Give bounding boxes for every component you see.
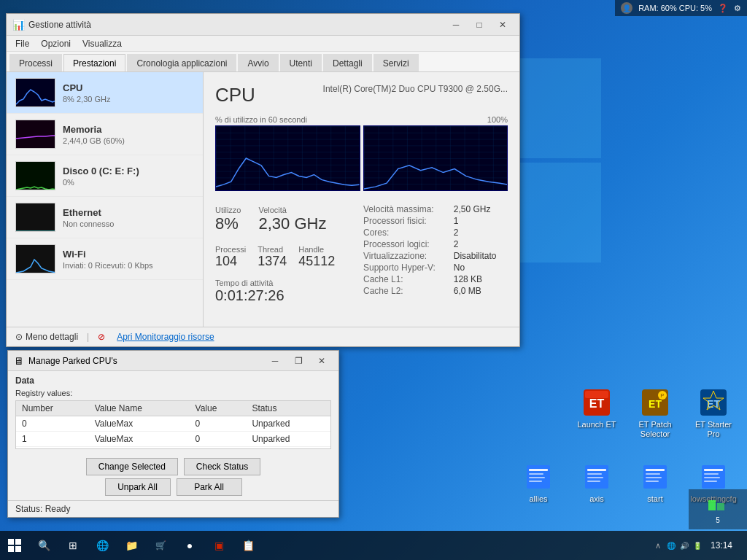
tab-cronologia[interactable]: Cronologia applicazioni <box>127 54 236 71</box>
row1-status: Unparked <box>246 432 330 447</box>
unpark-all-button[interactable]: Unpark All <box>105 478 171 496</box>
search-button[interactable]: 🔍 <box>29 531 58 560</box>
et-patch-selector-icon[interactable]: ET P ET Patch Selector <box>629 385 681 442</box>
stat-thread: Thread 1374 <box>258 242 287 273</box>
taskbar-app1-icon[interactable]: ▣ <box>204 531 233 560</box>
taskbar-clock[interactable]: 13:14 <box>705 540 738 551</box>
allies-img <box>524 462 553 491</box>
utilization-speed: Utilizzo 8% Velocità 2,30 GHz <box>215 203 350 236</box>
row0-valuename: ValueMax <box>89 416 190 432</box>
row0-value: 0 <box>190 416 247 432</box>
close-button[interactable]: ✕ <box>492 17 514 33</box>
taskbar-chrome-icon[interactable]: ● <box>175 531 204 560</box>
menu-bar: File Opzioni Visualizza <box>7 36 519 52</box>
eth-sidebar-name: Ethernet <box>63 207 194 218</box>
handle-label: Handle <box>298 245 335 254</box>
tab-servizi[interactable]: Servizi <box>374 54 419 71</box>
taskbar-folder-icon[interactable]: 📁 <box>117 531 146 560</box>
desktop-icons-row1: ET Launch ET ET P ET Patch Selector <box>570 385 740 442</box>
sidebar-item-cpu[interactable]: CPU 8% 2,30 GHz <box>7 72 203 114</box>
svg-rect-18 <box>587 469 606 471</box>
ram-cpu-display: RAM: 60% CPU: 5% <box>638 4 712 12</box>
row0-status: Unparked <box>246 416 330 432</box>
utilization-label: % di utilizzo in 60 secondi <box>215 115 307 124</box>
menu-visualizza[interactable]: Visualizza <box>77 37 128 50</box>
tab-processi[interactable]: Processi <box>9 54 62 71</box>
start-label: start <box>647 494 662 504</box>
detail-title-block: CPU <box>215 84 255 106</box>
start-img <box>640 462 670 491</box>
tray-network[interactable]: 🌐 <box>665 542 677 550</box>
svg-rect-33 <box>717 503 724 510</box>
taskbar-store-icon[interactable]: 🛒 <box>146 531 175 560</box>
table-row[interactable]: 1 ValueMax 0 Unparked <box>16 432 330 447</box>
spec-key-6: Cache L1: <box>363 274 452 284</box>
sidebar-item-disk[interactable]: Disco 0 (C: E: F:) 0% <box>7 155 203 197</box>
svg-rect-0 <box>216 126 360 190</box>
axis-icon[interactable]: axis <box>570 459 623 507</box>
tab-prestazioni[interactable]: Prestazioni <box>63 54 125 71</box>
start-button[interactable] <box>0 531 29 560</box>
taskbar-app2-icon[interactable]: 📋 <box>233 531 263 560</box>
tray-chevron[interactable]: ∧ <box>652 541 664 551</box>
uptime-label: Tempo di attività <box>215 279 350 287</box>
stat-utilizzo: Utilizzo 8% <box>215 203 241 236</box>
proc-thread-handle: Processi 104 Thread 1374 Handle 45112 <box>215 242 350 273</box>
tray-battery[interactable]: 🔋 <box>692 542 703 550</box>
wifi-sidebar-name: Wi-Fi <box>63 249 194 260</box>
menu-options[interactable]: Opzioni <box>35 37 77 50</box>
windows-start-icon <box>8 539 21 552</box>
spec-row-hyperv: Supporto Hyper-V: No <box>363 262 506 273</box>
wifi-sidebar-info: Wi-Fi Inviati: 0 Ricevuti: 0 Kbps <box>63 249 194 270</box>
tab-utenti[interactable]: Utenti <box>280 54 322 71</box>
svg-rect-23 <box>646 469 665 471</box>
table-row[interactable]: 0 ValueMax 0 Unparked <box>16 416 330 432</box>
stats-left: Utilizzo 8% Velocità 2,30 GHz Processi <box>215 203 350 304</box>
change-selected-button[interactable]: Change Selected <box>86 458 178 475</box>
park-all-button[interactable]: Park All <box>177 478 242 496</box>
detail-title: CPU <box>215 84 255 106</box>
maximize-button[interactable]: □ <box>468 17 490 33</box>
spec-val-2: 2 <box>454 228 506 238</box>
start-icon[interactable]: start <box>629 459 681 507</box>
task-view-button[interactable]: ⊞ <box>58 531 88 560</box>
parked-status-bar: Status: Ready <box>8 500 338 517</box>
minimize-button[interactable]: ─ <box>445 17 467 33</box>
tab-avvio[interactable]: Avvio <box>238 54 278 71</box>
disk-sidebar-info: Disco 0 (C: E: F:) 0% <box>63 166 194 187</box>
parked-minimize-button[interactable]: ─ <box>264 353 286 369</box>
parked-restore-button[interactable]: ❐ <box>287 353 309 369</box>
sidebar-item-ethernet[interactable]: Ethernet Non connesso <box>7 197 203 238</box>
help-icon[interactable]: ❓ <box>718 4 728 13</box>
allies-icon[interactable]: allies <box>512 459 565 507</box>
sidebar-item-wifi[interactable]: Wi-Fi Inviati: 0 Ricevuti: 0 Kbps <box>7 238 203 280</box>
parked-title: Manage Parked CPU's <box>28 356 264 366</box>
parked-close-button[interactable]: ✕ <box>311 353 333 369</box>
menu-file[interactable]: File <box>9 37 35 50</box>
show-desktop-button[interactable] <box>740 531 744 560</box>
svg-rect-28 <box>704 469 723 471</box>
svg-rect-14 <box>529 473 543 475</box>
sidebar-item-memory[interactable]: Memoria 2,4/4,0 GB (60%) <box>7 114 203 155</box>
disk-sidebar-name: Disco 0 (C: E: F:) <box>63 166 194 176</box>
collapse-button[interactable]: ⊙ Meno dettagli <box>15 332 78 342</box>
tray-volume[interactable]: 🔊 <box>678 542 690 550</box>
spec-row-cores: Cores: 2 <box>363 228 506 238</box>
allies-label: allies <box>529 494 547 504</box>
uptime-block: Tempo di attività 0:01:27:26 <box>215 279 350 304</box>
check-status-button[interactable]: Check Status <box>184 458 260 475</box>
detail-subtitle: Intel(R) Core(TM)2 Duo CPU T9300 @ 2.50G… <box>323 84 508 94</box>
row1-number: 1 <box>16 432 89 447</box>
tab-dettagli[interactable]: Dettagli <box>323 54 372 71</box>
taskbar-edge-icon[interactable]: 🌐 <box>88 531 117 560</box>
mem-sidebar-detail: 2,4/4,0 GB (60%) <box>63 136 194 145</box>
velocita-label: Velocità <box>258 206 326 214</box>
launch-et-icon[interactable]: ET Launch ET <box>570 385 623 442</box>
settings-icon[interactable]: ⚙ <box>734 4 741 13</box>
spec-val-4: Disabilitato <box>454 251 506 261</box>
monitor-link[interactable]: Apri Monitoraggio risorse <box>117 332 214 342</box>
clock-time: 13:14 <box>711 540 732 551</box>
spec-val-6: 128 KB <box>454 274 506 284</box>
et-starter-pro-icon[interactable]: ET ET Starter Pro <box>687 385 740 442</box>
tm-content: CPU 8% 2,30 GHz Memoria 2,4/4,0 GB (60%) <box>7 72 519 327</box>
